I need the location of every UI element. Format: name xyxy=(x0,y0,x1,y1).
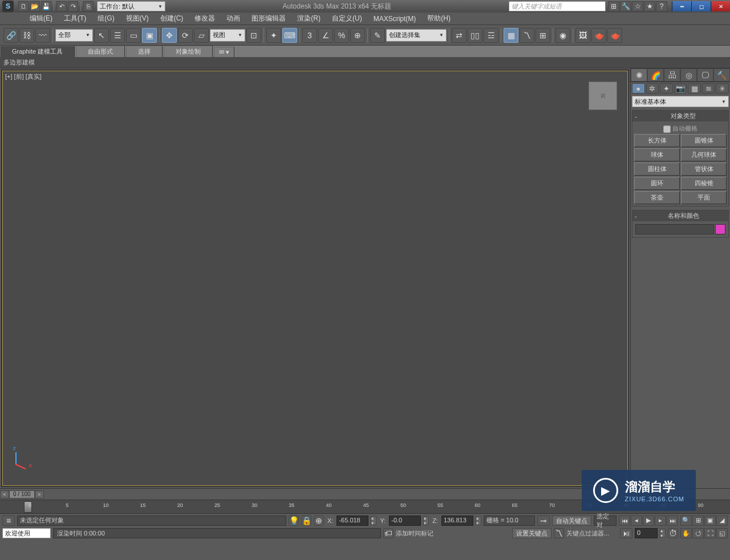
tube-button[interactable]: 管状体 xyxy=(681,163,727,176)
search-input[interactable]: 键入关键字或短语 xyxy=(509,1,606,11)
geosphere-button[interactable]: 几何球体 xyxy=(681,148,727,161)
pyramid-button[interactable]: 四棱锥 xyxy=(681,177,727,190)
menu-rendering[interactable]: 渲染(R) xyxy=(293,13,325,25)
menu-customize[interactable]: 自定义(U) xyxy=(327,13,367,25)
ref-coord-dropdown[interactable]: 视图▼ xyxy=(210,29,245,42)
snap-3-icon[interactable]: 3 xyxy=(302,28,317,43)
menu-create[interactable]: 创建(C) xyxy=(156,13,188,25)
key-toggle-icon[interactable]: ⏯ xyxy=(620,528,632,538)
menu-help[interactable]: 帮助(H) xyxy=(423,13,455,25)
undo-icon[interactable]: ↶ xyxy=(56,1,67,11)
display-tab-icon[interactable]: 🖵 xyxy=(697,68,713,82)
utilities-tab-icon[interactable]: 🔨 xyxy=(713,68,730,82)
curve-editor-icon[interactable]: 〽 xyxy=(520,28,534,43)
material-editor-icon[interactable]: ◉ xyxy=(555,28,570,43)
workspace-selector[interactable]: 工作台: 默认▼ xyxy=(97,1,165,11)
menu-views[interactable]: 视图(V) xyxy=(121,13,153,25)
open-file-icon[interactable]: 📂 xyxy=(30,1,40,11)
object-name-input[interactable] xyxy=(635,224,714,234)
select-object-icon[interactable]: ↖ xyxy=(94,28,109,43)
viewport-label[interactable]: [+] [前] [真实] xyxy=(5,72,42,81)
menu-edit[interactable]: 编辑(E) xyxy=(25,13,57,25)
select-by-name-icon[interactable]: ☰ xyxy=(110,28,125,43)
modify-tab-icon[interactable]: 🌈 xyxy=(647,68,664,82)
ribbon-expand-icon[interactable]: ✉ ▾ xyxy=(214,47,234,57)
link-icon[interactable]: ⎘ xyxy=(83,1,94,11)
add-time-tag[interactable]: 添加时间标记 xyxy=(396,529,510,538)
menu-tools[interactable]: 工具(T) xyxy=(59,13,91,25)
selection-filter-dropdown[interactable]: 全部▼ xyxy=(55,29,93,42)
viewcube-icon[interactable]: 前 xyxy=(589,82,617,110)
fov-icon[interactable]: ◢ xyxy=(716,516,728,526)
scale-tool-icon[interactable]: ▱ xyxy=(194,28,209,43)
z-spinner[interactable] xyxy=(476,516,481,525)
timeline-next-icon[interactable]: > xyxy=(35,490,44,498)
rotate-tool-icon[interactable]: ⟳ xyxy=(178,28,193,43)
render-setup-icon[interactable]: 🖼 xyxy=(575,28,590,43)
render-frame-icon[interactable]: 🫖 xyxy=(591,28,606,43)
motion-tab-icon[interactable]: ◎ xyxy=(680,68,697,82)
graphite-toggle-icon[interactable]: ▦ xyxy=(504,28,518,43)
cylinder-button[interactable]: 圆柱体 xyxy=(634,163,680,176)
schematic-view-icon[interactable]: ⊞ xyxy=(536,28,550,43)
new-file-icon[interactable]: 🗋 xyxy=(18,1,29,11)
geometry-cat-icon[interactable]: ● xyxy=(632,83,645,94)
x-spinner[interactable] xyxy=(371,516,376,525)
current-frame-input[interactable]: 0 xyxy=(635,528,658,538)
percent-snap-icon[interactable]: % xyxy=(334,28,349,43)
menu-group[interactable]: 组(G) xyxy=(93,13,119,25)
primitive-type-dropdown[interactable]: 标准基本体▼ xyxy=(632,96,729,107)
window-crossing-icon[interactable]: ▣ xyxy=(142,28,157,43)
abs-transform-icon[interactable]: ⊕ xyxy=(314,516,324,526)
box-button[interactable]: 长方体 xyxy=(634,134,680,147)
menu-modifiers[interactable]: 修改器 xyxy=(190,13,220,25)
min-max-icon[interactable]: ◱ xyxy=(716,528,728,538)
polygon-modeling-label[interactable]: 多边形建模 xyxy=(3,58,35,67)
viewport-front[interactable]: [+] [前] [真实] 前 zx xyxy=(1,70,629,487)
menu-graph-editors[interactable]: 图形编辑器 xyxy=(247,13,290,25)
redo-icon[interactable]: ↷ xyxy=(68,1,78,11)
prev-frame-icon[interactable]: ◂ xyxy=(631,516,642,526)
plane-button[interactable]: 平面 xyxy=(681,191,727,204)
shapes-cat-icon[interactable]: ✲ xyxy=(646,83,659,94)
teapot-button[interactable]: 茶壶 xyxy=(634,191,680,204)
frame-spinner[interactable] xyxy=(660,529,666,538)
maximize-button[interactable]: ◻ xyxy=(691,1,711,11)
key-filters-button[interactable]: 关键点过滤器... xyxy=(566,529,618,538)
link-tool-icon[interactable]: 🔗 xyxy=(3,28,18,43)
render-icon[interactable]: 🫖 xyxy=(607,28,622,43)
systems-cat-icon[interactable]: ✳ xyxy=(716,83,729,94)
z-coord-input[interactable]: 136.813 xyxy=(441,516,473,526)
auto-key-button[interactable]: 自动关键点 xyxy=(552,516,591,526)
zoom-icon[interactable]: 🔍 xyxy=(680,516,692,526)
lock-icon[interactable]: 🔒 xyxy=(301,516,311,526)
close-button[interactable]: ✕ xyxy=(711,1,730,11)
bind-spacewarp-icon[interactable]: 〰 xyxy=(35,28,50,43)
manipulate-icon[interactable]: ✦ xyxy=(266,28,281,43)
cone-button[interactable]: 圆锥体 xyxy=(681,134,727,147)
frame-indicator[interactable]: 0 / 100 xyxy=(9,490,35,498)
maxscript-mini-icon[interactable]: ≡ xyxy=(2,516,15,526)
layers-icon[interactable]: ☲ xyxy=(484,28,498,43)
rollout-header[interactable]: -对象类型 xyxy=(632,111,728,121)
tool-icon[interactable]: 🔧 xyxy=(620,1,631,11)
helpers-cat-icon[interactable]: ▦ xyxy=(688,83,701,94)
minimize-button[interactable]: ━ xyxy=(672,1,691,11)
tab-selection[interactable]: 选择 xyxy=(126,46,163,57)
named-selection-dropdown[interactable]: 创建选择集▼ xyxy=(386,29,447,42)
goto-end-icon[interactable]: ⏭ xyxy=(667,516,678,526)
zoom-ext-icon[interactable]: ▣ xyxy=(704,516,716,526)
app-menu-icon[interactable]: S xyxy=(2,1,14,12)
favorite-icon[interactable]: ★ xyxy=(644,1,655,11)
star-icon[interactable]: ☆ xyxy=(632,1,643,11)
play-icon[interactable]: ▶ xyxy=(643,516,654,526)
goto-start-icon[interactable]: ⏮ xyxy=(619,516,630,526)
y-spinner[interactable] xyxy=(423,516,429,525)
tab-graphite[interactable]: Graphite 建模工具 xyxy=(0,46,75,57)
orbit-icon[interactable]: ⭯ xyxy=(692,528,704,538)
spinner-snap-icon[interactable]: ⊕ xyxy=(350,28,365,43)
sphere-button[interactable]: 球体 xyxy=(634,148,680,161)
key-filters-icon[interactable]: 〽 xyxy=(554,528,564,538)
maxscript-listener[interactable]: 欢迎使用 MAXScr xyxy=(2,528,51,538)
mirror-icon[interactable]: ⇄ xyxy=(452,28,467,43)
